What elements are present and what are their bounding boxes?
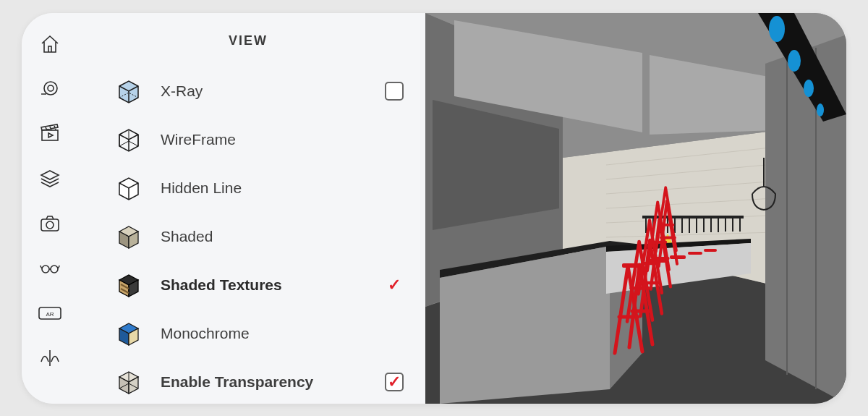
svg-point-6 [51, 266, 58, 273]
svg-rect-79 [688, 252, 702, 255]
selected-check-icon: ✓ [383, 276, 405, 294]
option-shaded[interactable]: Shaded [113, 216, 405, 258]
option-checkbox[interactable]: ✓ [383, 373, 405, 391]
mirror-icon[interactable] [38, 346, 62, 370]
clapperboard-icon[interactable] [38, 122, 62, 146]
svg-point-51 [788, 50, 801, 72]
svg-point-52 [804, 80, 814, 97]
option-label: WireFrame [161, 131, 367, 148]
svg-line-13 [119, 141, 129, 146]
camera-icon[interactable] [38, 211, 62, 236]
view-panel: VIEW X-Ray [78, 13, 425, 404]
ar-icon[interactable]: AR [38, 301, 62, 326]
option-label: Monochrome [161, 325, 367, 342]
option-hiddenline[interactable]: Hidden Line [113, 167, 405, 209]
panel-title: VIEW [91, 13, 405, 70]
svg-rect-2 [42, 130, 58, 140]
app-window: AR VIEW X-Ray [22, 13, 846, 404]
svg-rect-78 [670, 255, 686, 259]
glasses-icon[interactable] [38, 256, 62, 281]
svg-rect-77 [648, 259, 666, 263]
shadedtex-cube-icon [113, 269, 145, 301]
left-toolbar: AR [22, 13, 78, 404]
option-label: X-Ray [161, 82, 367, 100]
transparency-cube-icon [113, 366, 145, 398]
view-options-list: X-Ray WireFrame [91, 70, 405, 403]
layers-icon[interactable] [38, 166, 62, 191]
wireframe-cube-icon [113, 124, 145, 156]
home-icon[interactable] [38, 32, 62, 56]
hiddenline-cube-icon [113, 172, 145, 204]
monochrome-cube-icon [113, 318, 145, 349]
option-label: Hidden Line [161, 179, 367, 197]
svg-point-4 [46, 221, 54, 229]
svg-rect-54 [642, 216, 744, 218]
rendered-scene [425, 13, 846, 404]
svg-rect-76 [622, 263, 642, 268]
option-shaded-textures[interactable]: Shaded Textures ✓ [113, 264, 405, 306]
option-label: Shaded Textures [161, 276, 367, 294]
svg-point-0 [44, 82, 57, 95]
option-xray[interactable]: X-Ray [113, 70, 405, 112]
svg-text:AR: AR [46, 311, 54, 318]
tape-measure-icon[interactable] [38, 77, 62, 101]
svg-point-53 [817, 103, 824, 116]
option-label: Shaded [161, 228, 367, 245]
xray-cube-icon [113, 75, 145, 107]
model-viewport[interactable] [425, 13, 846, 404]
option-label: Enable Transparency [161, 373, 367, 391]
shaded-cube-icon [113, 221, 145, 252]
option-monochrome[interactable]: Monochrome [113, 313, 405, 355]
option-checkbox[interactable] [383, 82, 405, 101]
svg-point-5 [42, 266, 49, 273]
svg-point-1 [48, 85, 54, 91]
svg-point-50 [769, 16, 785, 42]
svg-line-14 [129, 141, 138, 146]
option-wireframe[interactable]: WireFrame [113, 119, 405, 161]
svg-rect-80 [704, 249, 717, 252]
option-enable-transparency[interactable]: Enable Transparency ✓ [113, 361, 405, 403]
